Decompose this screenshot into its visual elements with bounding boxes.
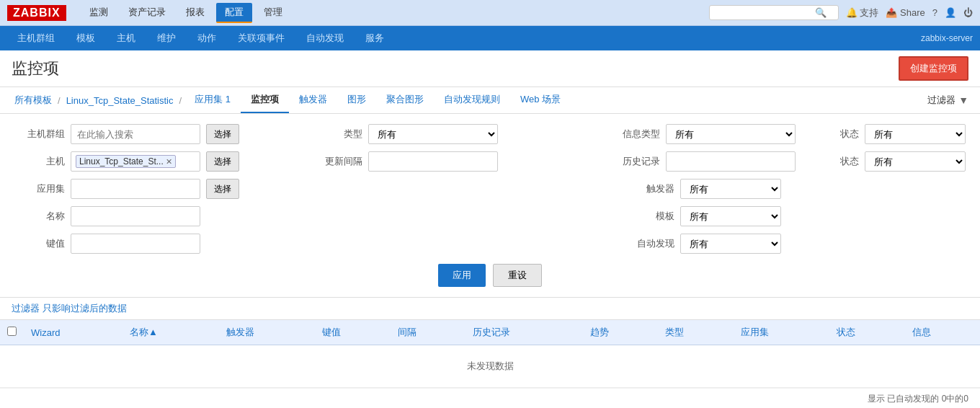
discovery-select[interactable]: 所有 — [680, 234, 781, 254]
filter-row-update-interval: 更新间隔 — [312, 151, 595, 172]
tab-discovery-rules[interactable]: 自动发现规则 — [434, 87, 510, 113]
apply-button[interactable]: 应用 — [438, 264, 486, 287]
subnav-discovery[interactable]: 自动发现 — [296, 29, 354, 48]
tab-items[interactable]: 监控项 — [241, 87, 289, 113]
help-icon[interactable]: ? — [932, 7, 937, 18]
page-title: 监控项 — [12, 58, 59, 79]
key-input[interactable] — [71, 234, 200, 254]
filter-toggle[interactable]: 过滤器 ▼ — [927, 94, 968, 107]
power-icon[interactable]: ⏻ — [963, 7, 973, 18]
update-interval-input[interactable] — [368, 151, 498, 172]
filter-row-history: 历史记录 状态 所有 — [610, 151, 966, 172]
filter-row-discovery: 自动发现 所有 — [610, 234, 966, 254]
tab-web-scenarios[interactable]: Web 场景 — [510, 87, 571, 113]
trigger-select[interactable]: 所有 — [680, 179, 781, 199]
trigger-label: 触发器 — [610, 182, 674, 195]
nav-monitor[interactable]: 监测 — [81, 3, 117, 23]
col-name[interactable]: 名称▲ — [122, 320, 218, 345]
create-item-button[interactable]: 创建监控项 — [899, 56, 968, 81]
search-input[interactable] — [714, 8, 815, 18]
subnav-host-groups[interactable]: 主机群组 — [7, 29, 65, 48]
appset-select-btn[interactable]: 选择 — [206, 179, 239, 199]
subnav-actions[interactable]: 动作 — [187, 29, 226, 48]
filter-row-empty1 — [312, 179, 595, 199]
tab-appsets[interactable]: 应用集 1 — [184, 87, 241, 113]
status-select1[interactable]: 所有 — [865, 124, 966, 144]
type-select[interactable]: 所有 — [368, 124, 498, 144]
host-select-btn[interactable]: 选择 — [206, 151, 239, 172]
nav-assets[interactable]: 资产记录 — [120, 3, 174, 23]
filter-row-hostgroup: 主机群组 选择 — [14, 124, 298, 144]
col-interval: 间隔 — [391, 320, 466, 345]
host-tag: Linux_Tcp_State_St... ✕ — [76, 155, 176, 168]
subnav-corr-events[interactable]: 关联项事件 — [228, 29, 295, 48]
col-name-label: 名称▲ — [130, 327, 158, 337]
filter-label: 过滤器 — [927, 94, 956, 107]
template-label: 模板 — [610, 210, 674, 223]
infotype-select[interactable]: 所有 — [666, 124, 796, 144]
nav-manage[interactable]: 管理 — [255, 3, 291, 23]
top-nav-links: 监测 资产记录 报表 配置 管理 — [81, 3, 709, 23]
zabbix-logo: ZABBIX — [7, 5, 66, 21]
reset-button[interactable]: 重设 — [493, 264, 542, 287]
filter-icon: ▼ — [958, 94, 968, 106]
subnav-services[interactable]: 服务 — [355, 29, 394, 48]
appset-input[interactable] — [71, 179, 200, 199]
col-status: 状态 — [829, 320, 904, 345]
support-link[interactable]: 🔔 支持 — [846, 6, 879, 19]
tab-graphs[interactable]: 图形 — [337, 87, 376, 113]
history-input[interactable] — [666, 151, 796, 172]
col-appset: 应用集 — [734, 320, 830, 345]
filter-info-text: 过滤器 只影响过滤后的数据 — [12, 303, 127, 314]
top-nav-right: 🔍 🔔 支持 📤 Share ? 👤 ⏻ — [709, 5, 973, 20]
server-name: zabbix-server — [921, 33, 973, 43]
history-label: 历史记录 — [610, 155, 660, 168]
breadcrumb-sep2: / — [177, 95, 185, 106]
host-tag-close[interactable]: ✕ — [166, 157, 172, 167]
filter-section: 主机群组 选择 类型 所有 信息类型 所有 状态 所有 主机 — [0, 114, 980, 298]
hostgroup-input[interactable] — [71, 124, 200, 144]
search-box[interactable]: 🔍 — [709, 5, 839, 20]
filter-row-key: 键值 — [14, 234, 298, 254]
top-navigation: ZABBIX 监测 资产记录 报表 配置 管理 🔍 🔔 支持 📤 Share ?… — [0, 0, 980, 26]
user-icon[interactable]: 👤 — [945, 7, 956, 18]
breadcrumb-template-name[interactable]: Linux_Tcp_State_Statistic — [63, 95, 177, 106]
subnav-maintenance[interactable]: 维护 — [147, 29, 186, 48]
no-data-text: 未发现数据 — [0, 345, 980, 388]
template-select[interactable]: 所有 — [680, 206, 781, 226]
filter-row-trigger: 触发器 所有 — [610, 179, 966, 199]
hostgroup-select-btn[interactable]: 选择 — [206, 124, 239, 144]
tab-agg-graphs[interactable]: 聚合图形 — [376, 87, 434, 113]
nav-reports[interactable]: 报表 — [177, 3, 213, 23]
filter-row-host: 主机 Linux_Tcp_State_St... ✕ 选择 — [14, 151, 298, 172]
name-label: 名称 — [14, 210, 65, 223]
col-type: 类型 — [658, 320, 733, 345]
name-input[interactable] — [71, 206, 200, 226]
sub-nav-links: 主机群组 模板 主机 维护 动作 关联项事件 自动发现 服务 — [7, 29, 921, 48]
col-trend: 趋势 — [583, 320, 658, 345]
col-info: 信息 — [905, 320, 980, 345]
filter-row-appset: 应用集 选择 — [14, 179, 298, 199]
discovery-label: 自动发现 — [610, 237, 674, 250]
select-all-checkbox[interactable] — [7, 327, 17, 336]
subnav-templates[interactable]: 模板 — [66, 29, 105, 48]
breadcrumb-all-templates[interactable]: 所有模板 — [12, 94, 55, 107]
filter-actions: 应用 重设 — [14, 264, 966, 287]
filter-row-type: 类型 所有 — [312, 124, 595, 144]
infotype-label: 信息类型 — [610, 128, 660, 141]
nav-config[interactable]: 配置 — [216, 3, 252, 23]
status-label1: 状态 — [808, 128, 859, 141]
sub-navigation: 主机群组 模板 主机 维护 动作 关联项事件 自动发现 服务 zabbix-se… — [0, 26, 980, 50]
host-tag-input[interactable]: Linux_Tcp_State_St... ✕ — [71, 151, 200, 172]
table-row-no-data: 未发现数据 — [0, 345, 980, 388]
hostgroup-label: 主机群组 — [14, 128, 65, 141]
status-select2[interactable]: 所有 — [865, 151, 966, 172]
search-icon: 🔍 — [815, 7, 827, 18]
subnav-hosts[interactable]: 主机 — [107, 29, 146, 48]
filter-info: 过滤器 只影响过滤后的数据 — [0, 298, 980, 320]
col-checkbox — [0, 320, 24, 345]
tab-triggers[interactable]: 触发器 — [289, 87, 337, 113]
breadcrumb-bar: 所有模板 / Linux_Tcp_State_Statistic / 应用集 1… — [0, 87, 980, 114]
share-link[interactable]: 📤 Share — [886, 7, 925, 18]
update-interval-label: 更新间隔 — [312, 155, 362, 168]
